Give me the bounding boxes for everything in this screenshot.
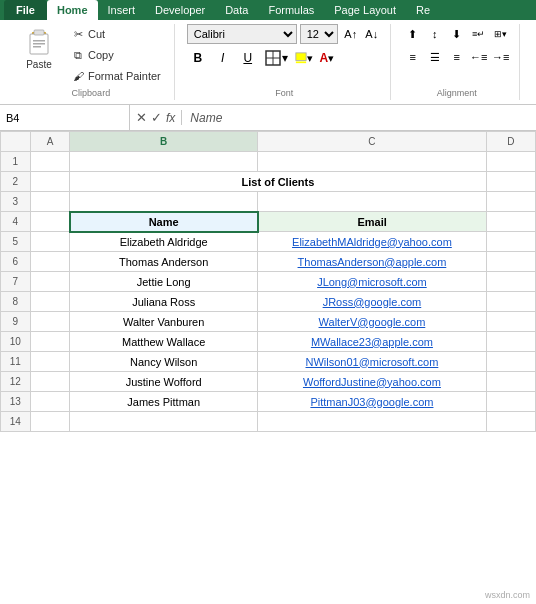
cell-d13[interactable] — [486, 392, 535, 412]
cell-d7[interactable] — [486, 272, 535, 292]
cell-b5[interactable]: Elizabeth Aldridge — [70, 232, 258, 252]
copy-button[interactable]: ⧉ Copy — [66, 45, 166, 65]
cell-b12[interactable]: Justine Wofford — [70, 372, 258, 392]
cell-b7[interactable]: Jettie Long — [70, 272, 258, 292]
cell-d2[interactable] — [486, 172, 535, 192]
cell-b11[interactable]: Nancy Wilson — [70, 352, 258, 372]
format-painter-button[interactable]: 🖌 Format Painter — [66, 66, 166, 86]
cell-c13[interactable]: PittmanJ03@google.com — [258, 392, 487, 412]
cell-d14[interactable] — [486, 412, 535, 432]
align-center-button[interactable]: ☰ — [425, 47, 445, 67]
cut-button[interactable]: ✂ Cut — [66, 24, 166, 44]
cell-b9[interactable]: Walter Vanburen — [70, 312, 258, 332]
cell-a14[interactable] — [30, 412, 69, 432]
cell-c3[interactable] — [258, 192, 487, 212]
cell-d3[interactable] — [486, 192, 535, 212]
table-row: 2 List of Clients — [1, 172, 536, 192]
cancel-formula-button[interactable]: ✕ — [136, 110, 147, 125]
cell-a1[interactable] — [30, 152, 69, 172]
align-middle-button[interactable]: ↕ — [425, 24, 445, 44]
cell-a3[interactable] — [30, 192, 69, 212]
confirm-formula-button[interactable]: ✓ — [151, 110, 162, 125]
align-top-button[interactable]: ⬆ — [403, 24, 423, 44]
font-color-button[interactable]: A ▾ — [317, 48, 337, 68]
cell-c11[interactable]: NWilson01@microsoft.com — [258, 352, 487, 372]
cell-d8[interactable] — [486, 292, 535, 312]
underline-button[interactable]: U — [237, 47, 259, 69]
tab-data[interactable]: Data — [215, 0, 258, 20]
align-right-button[interactable]: ≡ — [447, 47, 467, 67]
cell-a12[interactable] — [30, 372, 69, 392]
align-left-button[interactable]: ≡ — [403, 47, 423, 67]
svg-rect-10 — [296, 61, 306, 63]
cell-c1[interactable] — [258, 152, 487, 172]
cell-a13[interactable] — [30, 392, 69, 412]
cell-d9[interactable] — [486, 312, 535, 332]
cell-d10[interactable] — [486, 332, 535, 352]
cell-d4[interactable] — [486, 212, 535, 232]
tab-insert[interactable]: Insert — [98, 0, 146, 20]
name-box[interactable] — [0, 105, 130, 130]
cell-b6[interactable]: Thomas Anderson — [70, 252, 258, 272]
fx-icon[interactable]: fx — [166, 111, 175, 125]
italic-button[interactable]: I — [212, 47, 234, 69]
cell-c10[interactable]: MWallace23@apple.com — [258, 332, 487, 352]
tab-developer[interactable]: Developer — [145, 0, 215, 20]
cell-a6[interactable] — [30, 252, 69, 272]
cell-b13[interactable]: James Pittman — [70, 392, 258, 412]
cell-c5[interactable]: ElizabethMAldridge@yahoo.com — [258, 232, 487, 252]
tab-re[interactable]: Re — [406, 0, 440, 20]
increase-font-button[interactable]: A↑ — [341, 24, 361, 44]
cell-a7[interactable] — [30, 272, 69, 292]
cell-d5[interactable] — [486, 232, 535, 252]
cell-b10[interactable]: Matthew Wallace — [70, 332, 258, 352]
col-header-c[interactable]: C — [258, 132, 487, 152]
formula-content[interactable]: Name — [182, 111, 536, 125]
col-header-b[interactable]: B — [70, 132, 258, 152]
cell-d6[interactable] — [486, 252, 535, 272]
cell-a5[interactable] — [30, 232, 69, 252]
cell-b14[interactable] — [70, 412, 258, 432]
cell-a4[interactable] — [30, 212, 69, 232]
decrease-indent-button[interactable]: ←≡ — [469, 47, 489, 67]
cell-c9[interactable]: WalterV@google.com — [258, 312, 487, 332]
tab-home[interactable]: Home — [47, 0, 98, 20]
cell-b4[interactable]: Name — [70, 212, 258, 232]
cell-a9[interactable] — [30, 312, 69, 332]
cell-d12[interactable] — [486, 372, 535, 392]
cell-a11[interactable] — [30, 352, 69, 372]
merge-center-button[interactable]: ⊞▾ — [491, 24, 511, 44]
col-header-d[interactable]: D — [486, 132, 535, 152]
cell-a2[interactable] — [30, 172, 69, 192]
decrease-font-button[interactable]: A↓ — [362, 24, 382, 44]
name-box-input[interactable] — [6, 112, 106, 124]
cell-c4[interactable]: Email — [258, 212, 487, 232]
cell-d11[interactable] — [486, 352, 535, 372]
bold-button[interactable]: B — [187, 47, 209, 69]
align-bottom-button[interactable]: ⬇ — [447, 24, 467, 44]
font-size-select[interactable]: 12 — [300, 24, 338, 44]
cell-d1[interactable] — [486, 152, 535, 172]
font-name-select[interactable]: Calibri — [187, 24, 297, 44]
tab-formulas[interactable]: Formulas — [258, 0, 324, 20]
col-header-a[interactable]: A — [30, 132, 69, 152]
table-row: 8 Juliana Ross JRoss@google.com — [1, 292, 536, 312]
cell-c14[interactable] — [258, 412, 487, 432]
highlight-color-button[interactable]: ▾ — [294, 48, 314, 68]
cell-c7[interactable]: JLong@microsoft.com — [258, 272, 487, 292]
wrap-text-button[interactable]: ≡↵ — [469, 24, 489, 44]
cell-b1[interactable] — [70, 152, 258, 172]
borders-button[interactable]: ▾ — [262, 47, 291, 69]
tab-page-layout[interactable]: Page Layout — [324, 0, 406, 20]
tab-file[interactable]: File — [4, 0, 47, 20]
cell-c8[interactable]: JRoss@google.com — [258, 292, 487, 312]
cell-b3[interactable] — [70, 192, 258, 212]
increase-indent-button[interactable]: →≡ — [491, 47, 511, 67]
cell-title[interactable]: List of Clients — [70, 172, 487, 192]
paste-button[interactable]: Paste — [16, 24, 62, 73]
cell-c12[interactable]: WoffordJustine@yahoo.com — [258, 372, 487, 392]
cell-b8[interactable]: Juliana Ross — [70, 292, 258, 312]
cell-a8[interactable] — [30, 292, 69, 312]
cell-c6[interactable]: ThomasAnderson@apple.com — [258, 252, 487, 272]
cell-a10[interactable] — [30, 332, 69, 352]
